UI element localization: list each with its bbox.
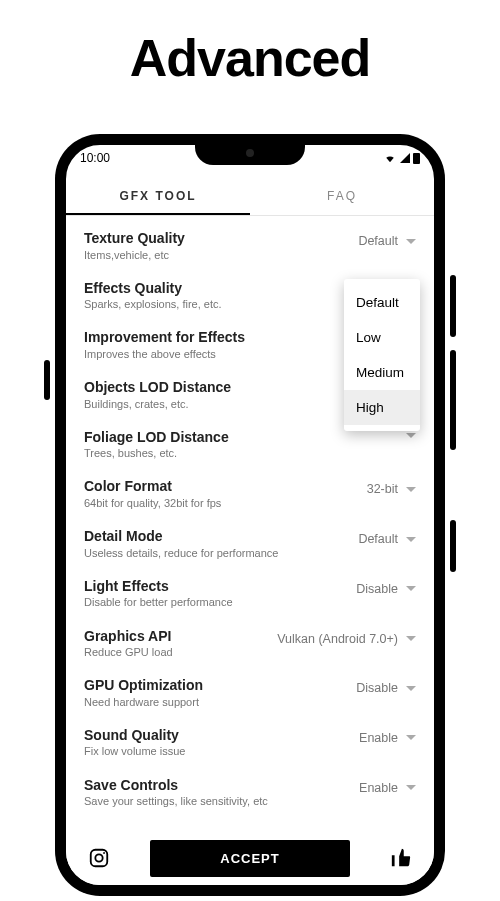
setting-row[interactable]: GPU OptimizationNeed hardware supportDis… [66,667,434,717]
setting-subtitle: Need hardware support [84,696,348,709]
dropdown-option[interactable]: Low [344,320,420,355]
chevron-down-icon [406,735,416,740]
phone-side-button [450,275,456,337]
chevron-down-icon [406,537,416,542]
setting-value: Default [358,234,398,248]
setting-title: Light Effects [84,578,348,596]
setting-row[interactable]: Detail ModeUseless details, reduce for p… [66,518,434,568]
tab-gfx-tool[interactable]: GFX TOOL [66,179,250,215]
setting-value: Default [358,532,398,546]
setting-value: Enable [359,731,398,745]
setting-title: GPU Optimization [84,677,348,695]
setting-text: Sound QualityFix low volume issue [84,727,359,759]
setting-text: Light EffectsDisable for better performa… [84,578,356,610]
chevron-down-icon [406,433,416,438]
chevron-down-icon [406,586,416,591]
battery-icon [413,153,420,164]
dropdown-option[interactable]: Default [344,285,420,320]
chevron-down-icon [406,636,416,641]
setting-subtitle: 64bit for quality, 32bit for fps [84,497,359,510]
svg-point-2 [103,852,105,854]
setting-title: Graphics API [84,628,269,646]
setting-value-wrap[interactable]: Default [358,528,416,546]
thumbs-up-icon[interactable] [390,847,412,869]
instagram-icon[interactable] [88,847,110,869]
setting-text: Save ControlsSave your settings, like se… [84,777,359,809]
setting-title: Color Format [84,478,359,496]
setting-value-wrap[interactable]: Vulkan (Android 7.0+) [277,628,416,646]
chevron-down-icon [406,239,416,244]
setting-subtitle: Reduce GPU load [84,646,269,659]
setting-value: Vulkan (Android 7.0+) [277,632,398,646]
phone-side-button [450,350,456,450]
dropdown-popup[interactable]: DefaultLowMediumHigh [344,279,420,431]
setting-subtitle: Disable for better performance [84,596,348,609]
svg-rect-0 [91,850,108,867]
setting-subtitle: Trees, bushes, etc. [84,447,390,460]
setting-subtitle: Fix low volume issue [84,745,351,758]
setting-value-wrap[interactable]: Disable [356,578,416,596]
setting-title: Save Controls [84,777,351,795]
setting-value-wrap[interactable]: Enable [359,777,416,795]
setting-text: Foliage LOD DistanceTrees, bushes, etc. [84,429,398,461]
svg-point-1 [95,854,102,861]
status-time: 10:00 [80,151,110,165]
setting-value-wrap[interactable]: Default [358,230,416,248]
phone-side-button [44,360,50,400]
chevron-down-icon [406,686,416,691]
phone-frame: 10:00 GFX TOOL FAQ Texture QualityItems,… [56,135,444,895]
setting-row[interactable]: Sound QualityFix low volume issueEnable [66,717,434,767]
setting-title: Foliage LOD Distance [84,429,390,447]
setting-text: Color Format64bit for quality, 32bit for… [84,478,367,510]
phone-notch [195,143,305,165]
setting-text: Graphics APIReduce GPU load [84,628,277,660]
dropdown-option[interactable]: Medium [344,355,420,390]
setting-value: Disable [356,582,398,596]
status-icons [383,153,420,164]
chevron-down-icon [406,785,416,790]
setting-subtitle: Useless details, reduce for performance [84,547,350,560]
setting-row[interactable]: Color Format64bit for quality, 32bit for… [66,468,434,518]
dropdown-option[interactable]: High [344,390,420,425]
setting-row[interactable]: Texture QualityItems,vehicle, etcDefault [66,220,434,270]
setting-title: Detail Mode [84,528,350,546]
setting-title: Sound Quality [84,727,351,745]
setting-value: Enable [359,781,398,795]
setting-row[interactable]: Save ControlsSave your settings, like se… [66,767,434,817]
setting-value: Disable [356,681,398,695]
setting-text: Detail ModeUseless details, reduce for p… [84,528,358,560]
setting-value-wrap[interactable]: 32-bit [367,478,416,496]
setting-title: Texture Quality [84,230,350,248]
setting-value: 32-bit [367,482,398,496]
setting-text: GPU OptimizationNeed hardware support [84,677,356,709]
setting-subtitle: Save your settings, like sensitivity, et… [84,795,351,808]
setting-text: Texture QualityItems,vehicle, etc [84,230,358,262]
tab-faq[interactable]: FAQ [250,179,434,215]
chevron-down-icon [406,487,416,492]
page-heading: Advanced [0,28,500,88]
tab-bar: GFX TOOL FAQ [66,179,434,215]
setting-value-wrap[interactable]: Disable [356,677,416,695]
accept-button[interactable]: ACCEPT [150,840,350,877]
phone-side-button [450,520,456,572]
bottom-bar: ACCEPT [66,831,434,885]
setting-row[interactable]: Light EffectsDisable for better performa… [66,568,434,618]
wifi-icon [383,153,397,163]
setting-value-wrap[interactable]: Enable [359,727,416,745]
signal-icon [400,153,410,163]
setting-row[interactable]: Graphics APIReduce GPU loadVulkan (Andro… [66,618,434,668]
setting-subtitle: Items,vehicle, etc [84,249,350,262]
